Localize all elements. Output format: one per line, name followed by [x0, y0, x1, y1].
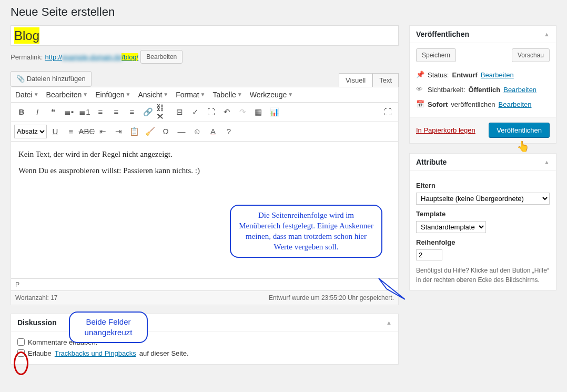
content-paragraph: Wenn Du es ausprobieren willst: Passiere…	[18, 166, 391, 175]
visibility-row: 👁 Sichtbarkeit: Öffentlich Bearbeiten	[416, 82, 550, 97]
pin-icon: 📌	[416, 71, 424, 79]
menu-einfuegen[interactable]: Einfügen▼	[95, 91, 130, 99]
parent-select[interactable]: Hauptseite (keine Übergeordnete)	[416, 193, 550, 205]
align-center-button[interactable]: ≡	[109, 105, 124, 119]
permalink-label: Permalink:	[11, 53, 43, 61]
calendar-icon: 📅	[416, 100, 424, 108]
menu-werkzeuge[interactable]: Werkzeuge▼	[250, 91, 293, 99]
permalink-edit-button[interactable]: Bearbeiten	[140, 50, 183, 64]
annotation-red-oval	[14, 351, 28, 375]
ul-button[interactable]: ≣▪	[62, 105, 76, 119]
editor: Datei▼ Bearbeiten▼ Einfügen▼ Ansicht▼ Fo…	[11, 87, 399, 305]
attributes-help-text: Benötigst du Hilfe? Klicke auf den Butto…	[416, 266, 550, 285]
menu-tabelle[interactable]: Tabelle▼	[212, 91, 242, 99]
permalink-url[interactable]: http://example-domain.tld/blog/	[45, 53, 138, 61]
parent-label: Eltern	[416, 182, 550, 189]
tab-visual[interactable]: Visuell	[339, 73, 372, 87]
more-button[interactable]: ⊟	[172, 105, 187, 119]
collapse-icon: ▲	[544, 159, 550, 165]
preview-button[interactable]: Vorschau	[512, 48, 550, 62]
move-to-trash-link[interactable]: In Papierkorb legen	[416, 126, 475, 134]
page-title-input[interactable]: Blog	[14, 27, 39, 44]
distraction-free-button[interactable]: ⛶	[380, 105, 395, 119]
chart-button[interactable]: 📊	[267, 105, 281, 119]
autosave-status: Entwurf wurde um 23:55:20 Uhr gespeicher…	[269, 294, 394, 301]
add-media-button[interactable]: 📎 Dateien hinzufügen	[11, 71, 92, 87]
justify-button[interactable]: ≡	[64, 124, 78, 139]
status-row: 📌 Status: Entwurf Bearbeiten	[416, 67, 550, 82]
attributes-panel: Attribute ▲ Eltern Hauptseite (keine Übe…	[409, 153, 556, 290]
redo-button[interactable]: ↷	[235, 105, 250, 119]
publish-panel-header[interactable]: Veröffentlichen ▲	[410, 26, 556, 43]
content-paragraph: Kein Text, der wird in der Regel nicht a…	[18, 150, 391, 159]
schedule-row: 📅 Sofort veröffentlichen Bearbeiten	[416, 97, 550, 112]
tab-text[interactable]: Text	[372, 73, 399, 87]
blockquote-button[interactable]: ❝	[46, 105, 60, 119]
schedule-edit-link[interactable]: Bearbeiten	[499, 100, 532, 108]
template-label: Template	[416, 210, 550, 218]
paste-button[interactable]: 📋	[127, 124, 141, 139]
menu-bearbeiten[interactable]: Bearbeiten▼	[46, 91, 88, 99]
fullscreen-button[interactable]: ⛶	[204, 105, 218, 119]
collapse-icon: ▲	[386, 319, 392, 326]
ol-button[interactable]: ≣1	[77, 105, 92, 119]
spellcheck-button[interactable]: ✓	[188, 105, 202, 119]
eye-icon: 👁	[416, 85, 424, 94]
annotation-callout-checkboxes: Beide Felder unangekreuzt	[69, 311, 148, 344]
indent-button[interactable]: ⇥	[111, 124, 126, 139]
media-icon: 📎	[16, 75, 25, 83]
bold-button[interactable]: B	[14, 105, 29, 119]
emoji-button[interactable]: ☺	[190, 124, 205, 139]
table-button[interactable]: ▦	[251, 105, 266, 119]
publish-panel: Veröffentlichen ▲ Speichern Vorschau 📌 S…	[409, 25, 556, 144]
order-input[interactable]	[416, 249, 442, 260]
align-right-button[interactable]: ≡	[125, 105, 139, 119]
link-button[interactable]: 🔗	[140, 105, 155, 119]
allow-trackbacks-row[interactable]: Erlaube Trackbacks und Pingbacks auf die…	[17, 348, 392, 359]
underline-button[interactable]: U	[48, 124, 63, 139]
menu-format[interactable]: Format▼	[176, 91, 205, 99]
undo-button[interactable]: ↶	[219, 105, 234, 119]
allow-comments-checkbox[interactable]	[17, 338, 25, 346]
strike-button[interactable]: ABC	[79, 124, 94, 139]
collapse-icon: ▲	[544, 31, 550, 37]
trackbacks-link[interactable]: Trackbacks und Pingbacks	[55, 349, 136, 357]
toolbar-row-1: B I ❝ ≣▪ ≣1 ≡ ≡ ≡ 🔗 ⛓✕ ⊟ ✓ ⛶ ↶ ↷ ▦ 📊 ⛶	[11, 103, 398, 122]
publish-button[interactable]: Veröffentlichen	[489, 123, 550, 138]
page-heading: Neue Seite erstellen	[11, 5, 556, 19]
editor-content[interactable]: Kein Text, der wird in der Regel nicht a…	[11, 142, 398, 278]
align-left-button[interactable]: ≡	[93, 105, 108, 119]
hr-button[interactable]: —	[174, 124, 189, 139]
editor-menubar: Datei▼ Bearbeiten▼ Einfügen▼ Ansicht▼ Fo…	[11, 87, 398, 103]
clear-format-button[interactable]: 🧹	[143, 124, 157, 139]
visibility-edit-link[interactable]: Bearbeiten	[503, 86, 536, 94]
unlink-button[interactable]: ⛓✕	[156, 105, 171, 119]
element-path: P	[11, 278, 398, 290]
annotation-callout-order: Die Seitenreihenfolge wird im Menübereic…	[230, 205, 382, 258]
format-select[interactable]: Absatz	[14, 125, 47, 138]
save-draft-button[interactable]: Speichern	[416, 48, 456, 62]
text-color-button[interactable]: A	[206, 124, 220, 139]
menu-ansicht[interactable]: Ansicht▼	[138, 91, 168, 99]
special-char-button[interactable]: Ω	[158, 124, 173, 139]
attributes-panel-header[interactable]: Attribute ▲	[410, 154, 556, 171]
toolbar-row-2: Absatz U ≡ ABC ⇤ ⇥ 📋 🧹 Ω — ☺ A ?	[11, 122, 398, 142]
help-button[interactable]: ?	[221, 124, 236, 139]
permalink-row: Permalink: http://example-domain.tld/blo…	[11, 50, 399, 64]
word-count: Wortanzahl: 17	[15, 294, 58, 301]
cursor-icon: 👆	[517, 140, 530, 153]
template-select[interactable]: Standardtemplate	[416, 221, 486, 233]
outdent-button[interactable]: ⇤	[95, 124, 110, 139]
status-edit-link[interactable]: Bearbeiten	[481, 71, 514, 79]
menu-datei[interactable]: Datei▼	[15, 91, 39, 99]
order-label: Reihenfolge	[416, 238, 550, 246]
italic-button[interactable]: I	[30, 105, 45, 119]
